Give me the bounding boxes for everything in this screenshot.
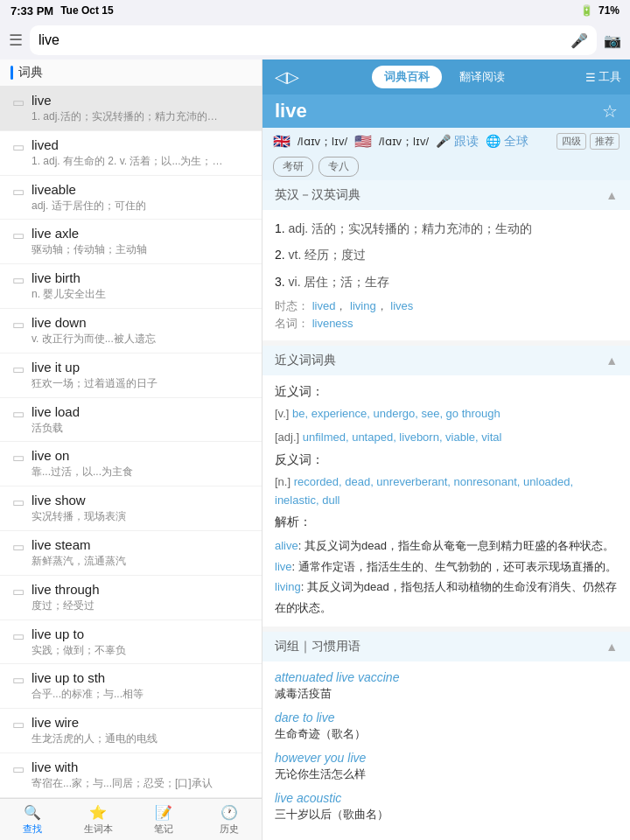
antonym-label: 反义词： — [275, 452, 618, 468]
word-item-title: live steam — [32, 537, 253, 552]
word-item-title: live it up — [32, 360, 253, 374]
word-item-content: live steam 新鲜蒸汽，流通蒸汽 — [32, 537, 253, 569]
phrase-item-2: dare to live 生命奇迹（歌名） — [275, 710, 618, 742]
search-bar: ☰ 🎤 📷 — [0, 21, 630, 60]
word-item-icon: ▭ — [12, 717, 24, 732]
word-item[interactable]: ▭ live through 度过；经受过 — [0, 576, 262, 620]
word-item-title: live with — [32, 760, 253, 774]
word-item-content: live up to sth 合乎...的标准；与...相等 — [32, 670, 253, 702]
right-panel: ◁▷ 词典百科翻译阅读 ☰ 工具 live ☆ 🇬🇧 /lɑɪv；lɪv/ 🇺🇸… — [262, 60, 630, 840]
menu-button[interactable]: ☰ — [9, 31, 23, 50]
back-nav-icon[interactable]: ◁▷ — [271, 64, 303, 90]
dict-entry-3: 3. vi. 居住；活；生存 — [275, 272, 618, 291]
word-item[interactable]: ▭ live with 寄宿在...家；与...同居；忍受；[口]承认 — [0, 753, 262, 798]
parse-word-living: living — [275, 580, 301, 593]
word-item-title: live load — [32, 404, 253, 419]
word-item-icon: ▭ — [12, 494, 24, 510]
nav-tab-button[interactable]: 词典百科 — [372, 66, 442, 88]
synonym-v-row: [v.] be, experience, undergo, see, go th… — [275, 405, 618, 424]
word-item-icon: ▭ — [12, 228, 24, 243]
section-title-phrases: 词组｜习惯用语 — [275, 639, 360, 654]
word-item[interactable]: ▭ live 1. adj.活的；实况转播的；精力充沛的；生动... — [0, 87, 262, 131]
word-item-icon: ▭ — [12, 584, 24, 599]
nav-tabs: 词典百科翻译阅读 — [308, 66, 580, 88]
word-item-content: live up to 实践；做到；不辜负 — [32, 626, 253, 658]
word-item[interactable]: ▭ live show 实况转播，现场表演 — [0, 486, 262, 531]
word-item[interactable]: ▭ live wire 生龙活虎的人；通电的电线 — [0, 709, 262, 753]
tools-button[interactable]: ☰ 工具 — [585, 69, 621, 85]
chevron-up-phrases-icon: ▲ — [606, 640, 618, 654]
tab-icon: 📝 — [155, 804, 172, 821]
globe-button[interactable]: 🌐 全球 — [486, 134, 528, 150]
dict-section-phrases: 词组｜习惯用语 ▲ attenuated live vaccine 减毒活疫苗 … — [262, 632, 630, 840]
section-header-synonyms[interactable]: 近义词词典 ▲ — [262, 346, 630, 375]
word-item-content: live load 活负载 — [32, 404, 253, 436]
word-item[interactable]: ▭ lived 1. adj. 有生命的 2. v. 活着；以...为生；度过.… — [0, 131, 262, 176]
word-item-def: 狂欢一场；过着逍遥的日子 — [32, 376, 224, 391]
tab-label: 历史 — [220, 822, 239, 836]
word-item-def: 新鲜蒸汽，流通蒸汽 — [32, 554, 224, 569]
word-item[interactable]: ▭ live steam 新鲜蒸汽，流通蒸汽 — [0, 531, 262, 576]
word-item-content: liveable adj. 适于居住的；可住的 — [32, 182, 253, 214]
word-item-icon: ▭ — [12, 761, 24, 777]
word-item-def: v. 改正行为而使...被人遗忘 — [32, 332, 224, 346]
word-item[interactable]: ▭ live birth n. 婴儿安全出生 — [0, 264, 262, 309]
battery-icon: 🔋 — [580, 4, 593, 17]
section-title-synonyms: 近义词词典 — [275, 353, 336, 368]
synonym-content: 近义词： [v.] be, experience, undergo, see, … — [262, 375, 630, 626]
bottom-tab-item[interactable]: 📝 笔记 — [131, 804, 197, 836]
bottom-tab-item[interactable]: 🔍 查找 — [0, 804, 66, 836]
word-item-content: live birth n. 婴儿安全出生 — [32, 270, 253, 302]
word-item[interactable]: ▭ live up to 实践；做到；不辜负 — [0, 620, 262, 665]
phrase-link-2[interactable]: dare to live — [275, 710, 618, 724]
word-item[interactable]: ▭ live down v. 改正行为而使...被人遗忘 — [0, 309, 262, 354]
sub-tab-button[interactable]: 专八 — [318, 157, 359, 177]
phonetic-us: /lɑɪv；lɪv/ — [379, 134, 429, 150]
mic-icon[interactable]: 🎤 — [570, 32, 588, 49]
word-item-icon: ▭ — [12, 361, 24, 377]
phrase-trans-1: 减毒活疫苗 — [275, 686, 618, 702]
word-item-icon: ▭ — [12, 672, 24, 688]
dict-section-synonyms: 近义词词典 ▲ 近义词： [v.] be, experience, underg… — [262, 346, 630, 626]
camera-icon[interactable]: 📷 — [604, 32, 621, 49]
word-item-icon: ▭ — [12, 272, 24, 288]
word-item[interactable]: ▭ live on 靠...过活，以...为主食 — [0, 442, 262, 486]
word-item[interactable]: ▭ live axle 驱动轴；传动轴；主动轴 — [0, 220, 262, 264]
phrase-link-3[interactable]: however you live — [275, 751, 618, 765]
word-item[interactable]: ▭ live it up 狂欢一场；过着逍遥的日子 — [0, 354, 262, 398]
section-title-zonghe: 英汉－汉英词典 — [275, 187, 360, 203]
word-item-def: adj. 适于居住的；可住的 — [32, 199, 224, 214]
synonym-adj-row: [adj.] unfilmed, untaped, liveborn, viab… — [275, 429, 618, 447]
phrase-link-1[interactable]: attenuated live vaccine — [275, 670, 618, 684]
section-header-phrases[interactable]: 词组｜习惯用语 ▲ — [262, 632, 630, 662]
word-item-title: live show — [32, 493, 253, 508]
bottom-tab-item[interactable]: 🕐 历史 — [196, 804, 262, 836]
phrase-item-1: attenuated live vaccine 减毒活疫苗 — [275, 670, 618, 702]
word-item[interactable]: ▭ liveable adj. 适于居住的；可住的 — [0, 176, 262, 220]
right-word-header: live ☆ — [262, 94, 630, 128]
tab-label: 生词本 — [84, 822, 113, 836]
word-item-def: 实践；做到；不辜负 — [32, 643, 224, 658]
word-item-def: 寄宿在...家；与...同居；忍受；[口]承认 — [32, 776, 224, 791]
word-item[interactable]: ▭ live up to sth 合乎...的标准；与...相等 — [0, 664, 262, 709]
word-item-title: live axle — [32, 226, 253, 241]
entry-content-2: vt. 经历；度过 — [289, 248, 367, 262]
sub-tab-button[interactable]: 考研 — [273, 157, 313, 177]
parse-label: 解析： — [275, 514, 618, 530]
tag-sihua: 四级 — [556, 133, 586, 150]
star-icon[interactable]: ☆ — [602, 101, 618, 122]
bottom-tab-item[interactable]: ⭐ 生词本 — [66, 804, 131, 836]
word-item-content: live through 度过；经受过 — [32, 582, 253, 613]
word-item-content: live it up 狂欢一场；过着逍遥的日子 — [32, 360, 253, 391]
parse-block: alive: 其反义词为dead，指生命从奄奄一息到精力旺盛的各种状态。 liv… — [275, 536, 618, 618]
section-header-zonghe[interactable]: 英汉－汉英词典 ▲ — [262, 180, 630, 210]
right-word-title: live — [275, 100, 307, 122]
sub-tabs-bar: 考研专八 — [262, 155, 630, 180]
nav-tab-button[interactable]: 翻译阅读 — [447, 66, 517, 88]
phrase-link-4[interactable]: live acoustic — [275, 791, 618, 805]
word-item[interactable]: ▭ live load 活负载 — [0, 398, 262, 443]
search-input[interactable] — [38, 32, 565, 48]
word-item-def: 驱动轴；传动轴；主动轴 — [32, 242, 224, 257]
bottom-tab-bar: 🔍 查找 ⭐ 生词本 📝 笔记 🕐 历史 — [0, 798, 262, 840]
listen-button[interactable]: 🎤 跟读 — [436, 134, 479, 150]
